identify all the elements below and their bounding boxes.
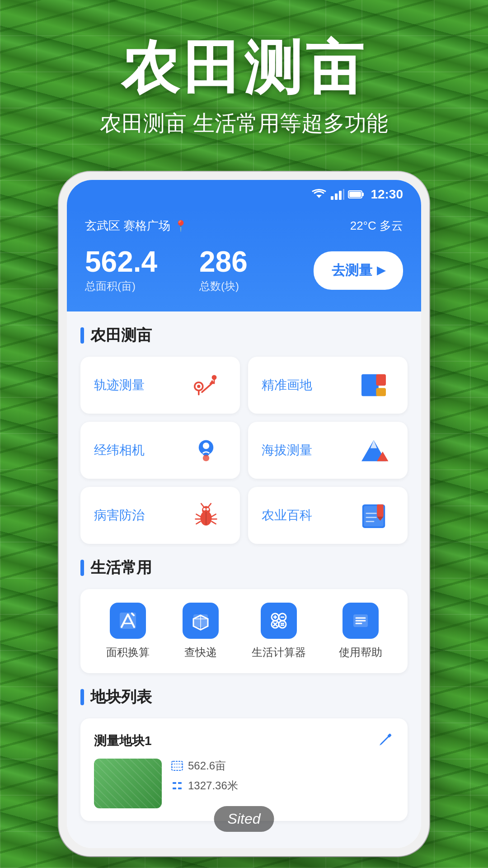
- app-header: 玄武区 赛格广场 📍 22°C 多云 562.4 总面积(亩) 286 总数(块…: [67, 209, 421, 311]
- land-list-section: 地块列表 测量地块1: [80, 687, 408, 821]
- location-pin-icon: 📍: [174, 220, 188, 232]
- section-title-bar-farmland: [80, 327, 84, 344]
- svg-rect-70: [178, 788, 182, 789]
- svg-rect-68: [178, 782, 182, 784]
- svg-point-56: [279, 621, 286, 628]
- svg-line-27: [196, 514, 200, 516]
- area-convert-label: 面积换算: [106, 645, 150, 660]
- svg-point-11: [212, 375, 217, 380]
- altitude-icon: [353, 434, 394, 466]
- svg-point-19: [203, 455, 209, 461]
- section-title-bar-life: [80, 560, 84, 576]
- area-convert-icon: [110, 603, 146, 639]
- svg-point-18: [203, 443, 209, 449]
- feature-card-camera[interactable]: 经纬相机: [80, 422, 240, 479]
- status-icons: [312, 189, 365, 200]
- stat-area-label: 总面积(亩): [85, 279, 199, 293]
- battery-icon: [348, 189, 365, 199]
- agri-icon: [353, 500, 394, 531]
- area-icon: [171, 760, 183, 771]
- svg-line-25: [201, 504, 204, 507]
- land-list-title-text: 地块列表: [90, 687, 152, 708]
- phone-mockup: 12:30 玄武区 赛格广场 📍 22°C 多云 562.4 总面积(亩): [59, 172, 429, 856]
- main-title: 农田测亩: [0, 36, 488, 100]
- app-content: 农田测亩 轨迹测量: [67, 311, 421, 848]
- feature-grid: 轨迹测量: [80, 357, 408, 544]
- life-title-text: 生活常用: [90, 557, 152, 578]
- life-tool-help[interactable]: 使用帮助: [339, 603, 382, 660]
- farmland-section-title: 农田测亩: [80, 325, 408, 346]
- camera-icon: [186, 434, 226, 466]
- calculator-icon: [261, 603, 297, 639]
- feature-card-track[interactable]: 轨迹测量: [80, 357, 240, 414]
- stats-row: 562.4 总面积(亩) 286 总数(块) 去测量 ▶: [85, 247, 403, 293]
- stat-area-value: 562.4: [85, 247, 199, 276]
- life-tool-area-convert[interactable]: 面积换算: [106, 603, 150, 660]
- weather-text: 22°C 多云: [350, 218, 403, 234]
- land-item-name: 测量地块1: [94, 732, 152, 750]
- help-icon: [343, 603, 379, 639]
- svg-rect-38: [377, 505, 383, 517]
- measure-btn-arrow-icon: ▶: [377, 264, 385, 277]
- life-section: 生活常用: [80, 557, 408, 673]
- status-time: 12:30: [371, 187, 403, 202]
- svg-line-32: [212, 522, 216, 524]
- land-list-section-title: 地块列表: [80, 687, 408, 708]
- wifi-icon: [312, 189, 326, 200]
- help-label: 使用帮助: [339, 645, 382, 660]
- header-overlay: 农田测亩 农田测亩 生活常用等超多功能: [0, 0, 488, 138]
- feature-label-pest: 病害防治: [94, 507, 145, 524]
- land-perimeter-value: 1327.36米: [188, 778, 238, 793]
- land-info-perimeter-row: 1327.36米: [171, 778, 394, 793]
- stat-count-value: 286: [199, 247, 314, 276]
- phone-inner: 12:30 玄武区 赛格广场 📍 22°C 多云 562.4 总面积(亩): [67, 180, 421, 848]
- sited-badge: Sited: [214, 806, 274, 832]
- svg-rect-3: [339, 191, 342, 200]
- feature-label-precise: 精准画地: [262, 377, 312, 394]
- track-icon: [186, 369, 226, 401]
- land-list-card: 测量地块1: [80, 718, 408, 821]
- svg-rect-7: [349, 192, 361, 197]
- signal-icon: [330, 189, 344, 200]
- feature-label-track: 轨迹测量: [94, 377, 145, 394]
- feature-card-precise[interactable]: 精准画地: [248, 357, 408, 414]
- land-item-detail: 562.6亩 1327.36米: [94, 759, 394, 808]
- measure-button[interactable]: 去测量 ▶: [314, 251, 403, 290]
- sub-title: 农田测亩 生活常用等超多功能: [0, 109, 488, 138]
- svg-marker-0: [316, 195, 322, 198]
- express-label: 查快递: [184, 645, 217, 660]
- location-label: 玄武区 赛格广场: [85, 218, 170, 234]
- svg-rect-15: [376, 374, 386, 386]
- feature-card-pest[interactable]: 病害防治: [80, 487, 240, 544]
- svg-rect-14: [361, 374, 379, 396]
- land-info-area-row: 562.6亩: [171, 759, 394, 773]
- svg-rect-2: [335, 193, 338, 200]
- svg-line-30: [212, 514, 216, 516]
- location-text: 玄武区 赛格广场 📍: [85, 218, 188, 234]
- svg-line-26: [208, 504, 211, 507]
- life-tool-express[interactable]: 查快递: [183, 603, 219, 660]
- feature-card-agri[interactable]: 农业百科: [248, 487, 408, 544]
- land-area-value: 562.6亩: [188, 759, 226, 773]
- feature-label-agri: 农业百科: [262, 507, 312, 524]
- farmland-title-text: 农田测亩: [90, 325, 152, 346]
- sited-text: Sited: [228, 811, 261, 827]
- perimeter-icon: [171, 780, 183, 791]
- precise-icon: [353, 369, 394, 401]
- svg-rect-69: [173, 788, 176, 789]
- svg-point-34: [206, 508, 209, 510]
- feature-card-altitude[interactable]: 海拔测量: [248, 422, 408, 479]
- land-info: 562.6亩 1327.36米: [171, 759, 394, 793]
- section-title-bar-land: [80, 689, 84, 705]
- calculator-label: 生活计算器: [252, 645, 306, 660]
- pest-icon: [186, 500, 226, 531]
- stat-count-label: 总数(块): [199, 279, 314, 293]
- life-tool-calculator[interactable]: 生活计算器: [252, 603, 306, 660]
- svg-rect-6: [362, 193, 364, 196]
- svg-point-33: [203, 508, 206, 510]
- svg-rect-67: [173, 782, 176, 784]
- life-section-title: 生活常用: [80, 557, 408, 578]
- land-item-edit-icon[interactable]: [378, 731, 394, 750]
- farmland-section: 农田测亩 轨迹测量: [80, 325, 408, 544]
- express-icon: [183, 603, 219, 639]
